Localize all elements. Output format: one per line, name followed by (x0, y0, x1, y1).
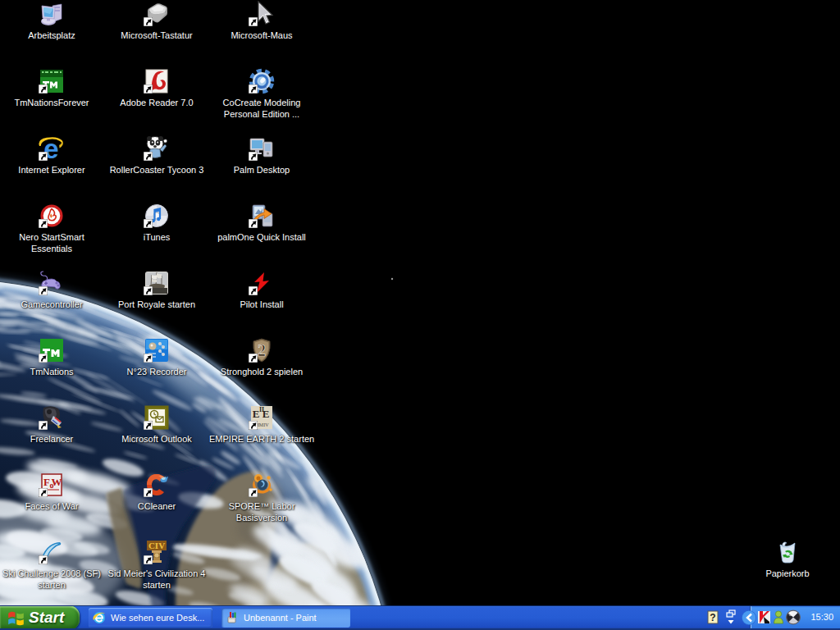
svg-text:II: II (259, 406, 264, 413)
svg-text:?: ? (710, 612, 715, 623)
svg-text:CIV: CIV (148, 541, 165, 550)
svg-text:2: 2 (258, 341, 266, 359)
svg-text:W: W (52, 476, 62, 488)
